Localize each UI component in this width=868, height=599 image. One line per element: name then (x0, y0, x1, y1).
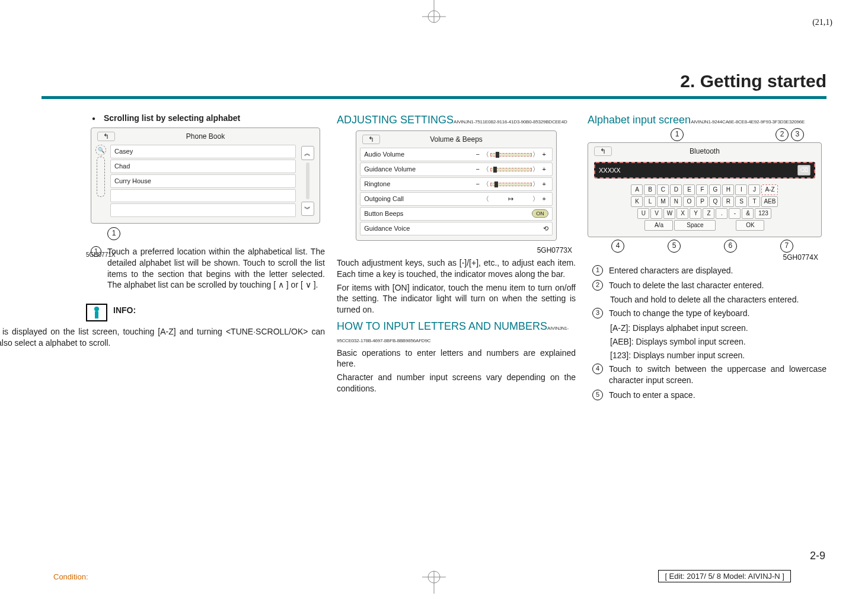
list-item[interactable]: Curry House (110, 174, 296, 188)
key[interactable]: U (637, 208, 649, 219)
step-text: Touch to change the type of keyboard. (609, 308, 826, 319)
step-number: 1 (592, 265, 603, 276)
volume-beeps-panel: ↰ Volume & Beeps Audio Volume −〈〉+ Guida… (356, 130, 557, 240)
key-ok[interactable]: OK (736, 220, 764, 231)
key[interactable]: S (735, 196, 747, 207)
scrollbar[interactable]: ︽ ︾ (299, 144, 316, 218)
key[interactable]: I (735, 184, 747, 195)
key[interactable]: R (722, 196, 734, 207)
key[interactable]: L (644, 196, 656, 207)
footer-edit-box: [ Edit: 2017/ 5/ 8 Model: AIVINJ-N ] (658, 570, 791, 582)
condition-label: Condition: (53, 572, 88, 581)
vb-title: Volume & Beeps (430, 135, 483, 144)
callout: 4 (611, 240, 624, 253)
list-item[interactable] (110, 189, 296, 203)
bluetooth-keyboard-panel: ↰ Bluetooth XXXXX ⌫ A B C D E F G (588, 142, 822, 237)
return-icon[interactable]: ⟲ (543, 224, 548, 233)
key[interactable]: F (696, 184, 708, 195)
callout-1: 1 (107, 227, 120, 240)
step-number: 4 (592, 364, 603, 374)
callout: 2 (776, 128, 789, 141)
setting-row[interactable]: Guidance Volume −〈〉+ (360, 163, 553, 176)
list-item[interactable]: Chad (110, 160, 296, 173)
key[interactable]: X (676, 208, 688, 219)
scroll-down-icon[interactable]: ︾ (301, 202, 314, 216)
key[interactable]: B (644, 184, 656, 195)
key[interactable]: . (716, 208, 727, 219)
setting-row[interactable]: Guidance Voice ⟲ (360, 222, 553, 235)
key[interactable]: A (631, 184, 643, 195)
list-item[interactable]: Casey (110, 145, 296, 158)
input-paragraph-2: Character and number input screens vary … (337, 372, 576, 394)
delete-key-icon[interactable]: ⌫ (797, 165, 810, 176)
key[interactable]: W (663, 208, 675, 219)
setting-row[interactable]: Audio Volume −〈〉+ (360, 148, 553, 161)
step-text: Touch a preferred location within the al… (107, 246, 325, 291)
key-space[interactable]: Space (674, 220, 716, 231)
figure-code: 5GH0773X (337, 246, 572, 255)
step-2-extra: Touch and hold to delete all the charact… (588, 294, 826, 305)
crop-mark-top (416, 0, 452, 29)
callout: 1 (671, 128, 684, 141)
step-number: 3 (592, 308, 603, 318)
key[interactable]: C (657, 184, 669, 195)
list-item[interactable] (110, 203, 296, 217)
key-case-toggle[interactable]: A/a (644, 220, 673, 231)
setting-row[interactable]: Ringtone −〈〉+ (360, 177, 553, 191)
step-text: Touch to enter a space. (609, 390, 826, 401)
step-text: Touch to switch between the uppercase an… (609, 364, 826, 386)
phonebook-title-text: Phone Book (186, 132, 225, 141)
on-indicator[interactable]: ON (532, 209, 548, 218)
setting-row[interactable]: Outgoing Call 〈↦〉+ (360, 192, 553, 206)
step-3-line: [123]: Displays number input screen. (588, 350, 826, 361)
step-number: 5 (592, 390, 603, 400)
key[interactable]: K (631, 196, 643, 207)
page-number: 2-9 (810, 550, 825, 562)
key-mode-aeb[interactable]: AEB (761, 196, 778, 207)
adjusting-settings-heading: ADJUSTING SETTINGSAIVINJN1-7511E082-9116… (337, 113, 576, 127)
how-to-input-heading: HOW TO INPUT LETTERS AND NUMBERSAIVINJN1… (337, 320, 576, 345)
key[interactable]: T (748, 196, 760, 207)
phonebook-title: ↰ Phone Book (95, 130, 316, 144)
key[interactable]: E (683, 184, 695, 195)
bt-title: Bluetooth (690, 147, 720, 155)
scroll-up-icon[interactable]: ︽ (301, 146, 314, 160)
step-3-line: [A-Z]: Displays alphabet input screen. (588, 323, 826, 334)
alphabet-strip[interactable]: 🔍 (95, 144, 107, 218)
key[interactable]: D (670, 184, 682, 195)
callout: 3 (791, 128, 804, 141)
callout: 6 (724, 240, 737, 253)
key[interactable]: O (683, 196, 695, 207)
key[interactable]: N (670, 196, 682, 207)
adjust-paragraph-2: For items with [ON] indicator, touch the… (337, 282, 576, 316)
key[interactable]: M (657, 196, 669, 207)
setting-row[interactable]: Button Beeps ON (360, 207, 553, 221)
uid: AIVINJN1-7511E082-9116-41D3-90B0-85329BD… (454, 119, 567, 125)
key[interactable]: J (748, 184, 760, 195)
keyboard: A B C D E F G H I J A-Z K L (592, 182, 818, 233)
page-corner-label: (21,1) (812, 18, 832, 27)
key[interactable]: P (696, 196, 708, 207)
step-text: Entered characters are displayed. (609, 265, 826, 276)
key[interactable]: G (709, 184, 721, 195)
input-display: XXXXX ⌫ (594, 162, 815, 179)
back-icon[interactable]: ↰ (97, 132, 115, 141)
key-mode-az[interactable]: A-Z (761, 184, 778, 195)
key[interactable]: & (742, 208, 754, 219)
step-number: 1 (91, 246, 101, 257)
uid: AIVINJN1-9244CA6E-8CE8-4E92-9F93-3F3D3E3… (691, 119, 805, 125)
key[interactable]: H (722, 184, 734, 195)
key[interactable]: Q (709, 196, 721, 207)
column-2: ADJUSTING SETTINGSAIVINJN1-7511E082-9116… (337, 113, 576, 546)
key-mode-123[interactable]: 123 (755, 208, 771, 219)
key[interactable]: Z (703, 208, 714, 219)
back-icon[interactable]: ↰ (362, 135, 380, 144)
key[interactable]: Y (690, 208, 701, 219)
key[interactable]: V (650, 208, 662, 219)
info-label: INFO: (113, 305, 136, 316)
info-text: When [A-Z] is displayed on the list scre… (42, 326, 325, 349)
back-icon[interactable]: ↰ (594, 146, 612, 156)
key[interactable]: - (729, 208, 741, 219)
column-1: Scrolling list by selecting alphabet ↰ P… (86, 113, 325, 546)
chapter-title: 2. Getting started (680, 71, 826, 91)
